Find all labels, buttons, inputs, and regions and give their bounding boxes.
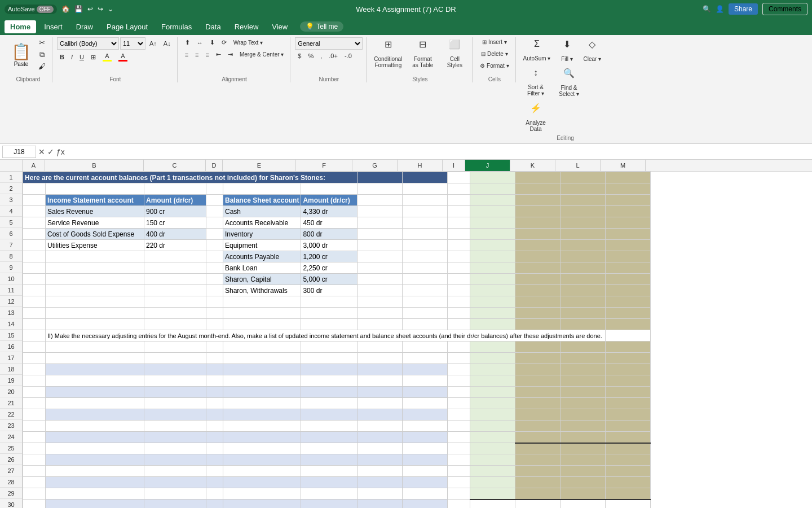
format-button[interactable]: ⚙ Format ▾ xyxy=(477,61,511,71)
balance-r2c1[interactable]: Accounts Receivable xyxy=(223,217,301,229)
align-top-button[interactable]: ⬆ xyxy=(182,37,193,48)
orientation-button[interactable]: ⟳ xyxy=(219,37,230,48)
confirm-formula-icon[interactable]: ✓ xyxy=(47,147,54,156)
number-format-select[interactable]: General xyxy=(295,37,363,50)
format-painter-button[interactable]: 🖌 xyxy=(36,61,48,72)
increase-decimal-button[interactable]: .0+ xyxy=(326,51,341,61)
user-icon[interactable]: 👤 xyxy=(716,5,724,13)
analyze-data-button[interactable]: ⚡AnalyzeData xyxy=(520,101,551,134)
income-header-2[interactable]: Amount (dr/cr) xyxy=(144,195,206,206)
insert-button[interactable]: ⊞ Insert ▾ xyxy=(477,37,511,47)
increase-indent-button[interactable]: ⇥ xyxy=(225,49,236,60)
balance-r4c2[interactable]: 3,000 dr xyxy=(301,240,358,251)
fill-button[interactable]: ⬇Fill ▾ xyxy=(555,37,578,64)
menu-insert[interactable]: Insert xyxy=(38,20,68,33)
menu-page-layout[interactable]: Page Layout xyxy=(101,20,153,33)
cut-button[interactable]: ✂ xyxy=(36,37,48,48)
fill-color-button[interactable]: A xyxy=(100,51,114,63)
search-icon[interactable]: 🔍 xyxy=(703,5,711,13)
income-r1c2[interactable]: 900 cr xyxy=(144,206,206,217)
autosum-button[interactable]: ΣAutoSum ▾ xyxy=(520,37,554,64)
col-a[interactable]: A xyxy=(23,160,45,171)
col-f[interactable]: F xyxy=(296,160,352,171)
undo-icon[interactable]: ↩ xyxy=(87,5,93,13)
comments-button[interactable]: Comments xyxy=(762,3,807,15)
merge-center-button[interactable]: Merge & Center ▾ xyxy=(237,50,286,59)
font-size-select[interactable]: 11 xyxy=(120,37,145,50)
align-right-button[interactable]: ≡ xyxy=(203,50,212,60)
currency-button[interactable]: $ xyxy=(295,51,304,61)
align-middle-button[interactable]: ↔ xyxy=(194,38,206,48)
border-button[interactable]: ⊞ xyxy=(88,52,99,63)
decrease-decimal-button[interactable]: -.0 xyxy=(342,51,355,61)
autosave-toggle[interactable]: AutoSave OFF xyxy=(5,5,57,14)
balance-r3c2[interactable]: 800 dr xyxy=(301,229,358,240)
balance-r7c1[interactable]: Sharon, Capital xyxy=(223,274,301,285)
col-e[interactable]: E xyxy=(223,160,296,171)
align-bottom-button[interactable]: ⬇ xyxy=(207,37,218,48)
balance-r6c1[interactable]: Bank Loan xyxy=(223,262,301,274)
font-color-button[interactable]: A xyxy=(116,51,130,63)
copy-button[interactable]: ⧉ xyxy=(36,49,48,60)
balance-r5c1[interactable]: Accounts Payable xyxy=(223,251,301,262)
menu-view[interactable]: View xyxy=(266,20,293,33)
wrap-text-button[interactable]: Wrap Text ▾ xyxy=(231,38,266,47)
bold-button[interactable]: B xyxy=(57,52,67,62)
income-header-1[interactable]: Income Statement account xyxy=(46,195,144,206)
find-select-button[interactable]: 🔍Find &Select ▾ xyxy=(554,66,585,99)
balance-r1c1[interactable]: Cash xyxy=(223,206,301,217)
balance-header-2[interactable]: Amount (dr/cr) xyxy=(301,195,358,206)
percent-button[interactable]: % xyxy=(305,51,316,61)
menu-review[interactable]: Review xyxy=(229,20,264,33)
menu-formulas[interactable]: Formulas xyxy=(156,20,197,33)
underline-button[interactable]: U xyxy=(77,52,87,62)
title-cell[interactable]: Here are the current account balances (P… xyxy=(23,172,358,183)
balance-r8c2[interactable]: 300 dr xyxy=(301,285,358,296)
redo-icon[interactable]: ↪ xyxy=(98,5,103,13)
col-h[interactable]: H xyxy=(398,160,443,171)
balance-r2c2[interactable]: 450 dr xyxy=(301,217,358,229)
cell-styles-button[interactable]: ⬜CellStyles xyxy=(440,37,469,70)
balance-r7c2[interactable]: 5,000 cr xyxy=(301,274,358,285)
balance-r1c2[interactable]: 4,330 dr xyxy=(301,206,358,217)
col-m[interactable]: M xyxy=(601,160,646,171)
italic-button[interactable]: I xyxy=(68,52,76,62)
align-center-button[interactable]: ≡ xyxy=(192,50,201,60)
format-as-table-button[interactable]: ⊟Formatas Table xyxy=(407,37,438,70)
balance-header-1[interactable]: Balance Sheet account xyxy=(223,195,301,206)
balance-r5c2[interactable]: 1,200 cr xyxy=(301,251,358,262)
paste-button[interactable]: 📋 Paste xyxy=(8,41,34,68)
income-r2c1[interactable]: Service Revenue xyxy=(46,217,144,229)
income-r4c1[interactable]: Utilities Expense xyxy=(46,240,144,251)
balance-r3c1[interactable]: Inventory xyxy=(223,229,301,240)
income-r2c2[interactable]: 150 cr xyxy=(144,217,206,229)
sort-filter-button[interactable]: ↕Sort &Filter ▾ xyxy=(520,66,551,99)
tell-me[interactable]: 💡 Tell me xyxy=(300,21,343,32)
menu-data[interactable]: Data xyxy=(200,20,226,33)
col-b[interactable]: B xyxy=(45,160,144,171)
balance-r4c1[interactable]: Equipment xyxy=(223,240,301,251)
save-icon[interactable]: 💾 xyxy=(74,5,83,13)
align-left-button[interactable]: ≡ xyxy=(182,50,191,60)
col-k[interactable]: K xyxy=(510,160,555,171)
cancel-formula-icon[interactable]: ✕ xyxy=(38,147,45,156)
font-name-select[interactable]: Calibri (Body) xyxy=(57,37,119,50)
more-icon[interactable]: ⌄ xyxy=(108,5,113,13)
income-r4c2[interactable]: 220 dr xyxy=(144,240,206,251)
name-box[interactable] xyxy=(2,146,36,158)
home-icon[interactable]: 🏠 xyxy=(61,5,70,13)
clear-button[interactable]: ◇Clear ▾ xyxy=(580,37,604,64)
col-g[interactable]: G xyxy=(352,160,398,171)
col-i[interactable]: I xyxy=(443,160,465,171)
menu-home[interactable]: Home xyxy=(5,20,36,33)
col-d[interactable]: D xyxy=(206,160,223,171)
formula-input[interactable] xyxy=(67,148,810,156)
comma-button[interactable]: , xyxy=(317,51,325,61)
delete-button[interactable]: ⊟ Delete ▾ xyxy=(477,49,511,59)
col-j[interactable]: J xyxy=(465,160,510,171)
income-r3c1[interactable]: Cost of Goods Sold Expense xyxy=(46,229,144,240)
share-button[interactable]: Share xyxy=(729,3,758,15)
decrease-indent-button[interactable]: ⇤ xyxy=(213,49,224,60)
income-r3c2[interactable]: 400 dr xyxy=(144,229,206,240)
increase-font-button[interactable]: A↑ xyxy=(147,38,160,49)
